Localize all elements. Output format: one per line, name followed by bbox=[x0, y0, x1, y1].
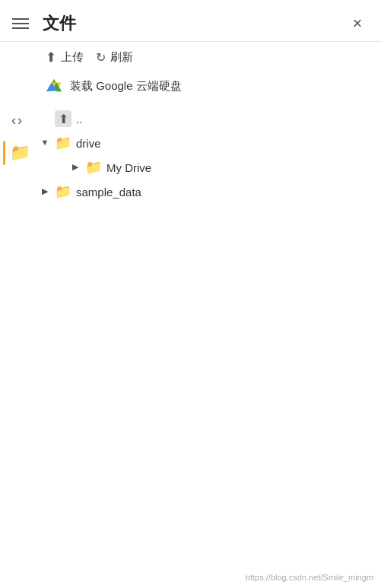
drive-chevron-down bbox=[40, 138, 50, 148]
left-sidebar: ‹ › 📁 bbox=[0, 100, 33, 588]
toolbar: ⬆ 上传 ↻ 刷新 bbox=[0, 42, 381, 72]
sampledata-label: sample_data bbox=[76, 186, 141, 199]
file-tree: ⬆ .. 📁 drive 📁 My Drive 📁 sample_data bbox=[33, 100, 381, 588]
nav-arrows[interactable]: ‹ › bbox=[7, 106, 27, 135]
mydrive-chevron-right bbox=[70, 162, 81, 173]
tree-item-parent[interactable]: ⬆ .. bbox=[33, 106, 381, 131]
panel-title: 文件 bbox=[43, 12, 346, 35]
watermark: https://blog.csdn.net/Smile_mingm bbox=[246, 573, 373, 582]
google-drive-icon bbox=[46, 78, 62, 94]
drive-folder-icon: 📁 bbox=[55, 135, 71, 151]
sampledata-chevron-right bbox=[40, 186, 50, 197]
header: 文件 × bbox=[0, 0, 381, 42]
close-button[interactable]: × bbox=[346, 12, 369, 35]
refresh-label: 刷新 bbox=[110, 50, 133, 65]
parent-dir-label: .. bbox=[76, 113, 82, 126]
tree-item-mydrive[interactable]: 📁 My Drive bbox=[33, 155, 381, 180]
refresh-icon: ↻ bbox=[96, 50, 106, 65]
upload-folder-icon: ⬆ bbox=[55, 110, 71, 127]
drive-label: drive bbox=[76, 137, 101, 150]
left-arrow-icon: ‹ bbox=[11, 113, 16, 129]
current-folder-indicator[interactable]: 📁 bbox=[3, 141, 30, 165]
mount-google-drive-row[interactable]: 装载 Google 云端硬盘 bbox=[0, 72, 381, 100]
tree-item-sampledata[interactable]: 📁 sample_data bbox=[33, 180, 381, 204]
file-panel: 文件 × ⬆ 上传 ↻ 刷新 装载 Google 云端硬盘 bbox=[0, 0, 381, 588]
right-arrow-icon: › bbox=[17, 113, 22, 129]
upload-button[interactable]: ⬆ 上传 bbox=[46, 49, 84, 65]
upload-icon: ⬆ bbox=[46, 49, 56, 65]
tree-item-drive[interactable]: 📁 drive bbox=[33, 131, 381, 155]
folder-icon-sidebar: 📁 bbox=[10, 143, 30, 163]
mydrive-folder-icon: 📁 bbox=[85, 159, 102, 176]
content-area: ‹ › 📁 ⬆ .. 📁 drive bbox=[0, 100, 381, 588]
menu-icon[interactable] bbox=[12, 13, 33, 34]
refresh-button[interactable]: ↻ 刷新 bbox=[96, 50, 133, 65]
upload-label: 上传 bbox=[61, 50, 84, 65]
active-indicator bbox=[3, 141, 5, 165]
mydrive-label: My Drive bbox=[106, 161, 151, 174]
sampledata-folder-icon: 📁 bbox=[55, 183, 71, 200]
mount-label: 装载 Google 云端硬盘 bbox=[70, 79, 182, 94]
